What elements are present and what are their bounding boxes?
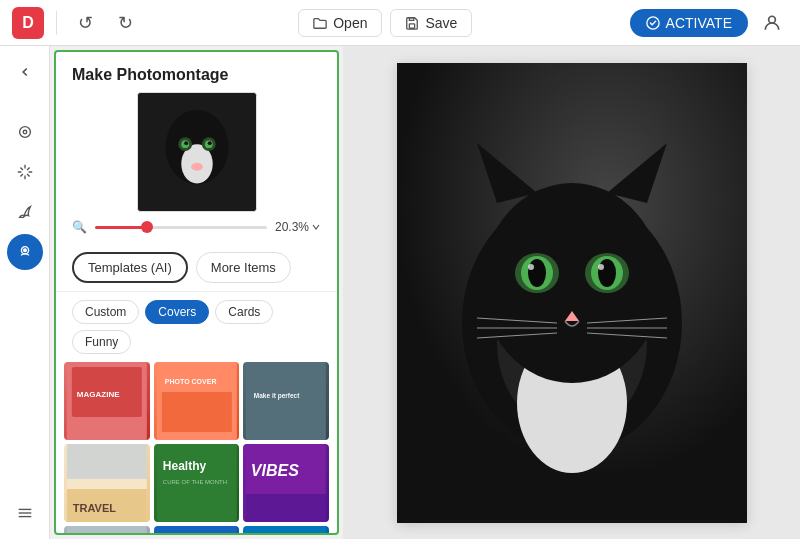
svg-rect-39 (67, 526, 147, 533)
chip-custom[interactable]: Custom (72, 300, 139, 324)
image-preview-box (137, 92, 257, 212)
svg-point-63 (598, 264, 604, 270)
svg-point-60 (528, 259, 546, 287)
template-card[interactable]: VIBES (243, 444, 329, 522)
template-card[interactable]: Fitness 5 tips (154, 526, 240, 533)
open-icon (313, 16, 327, 30)
undo-button[interactable]: ↺ (69, 7, 101, 39)
layers-button[interactable] (7, 114, 43, 150)
template-card[interactable]: Out of city (64, 526, 150, 533)
image-preview-area: 🔍 20.3% (56, 92, 337, 246)
open-button[interactable]: Open (298, 9, 382, 37)
template-thumb: PHOTO COVER (154, 362, 240, 440)
svg-text:PHOTO COVER: PHOTO COVER (164, 378, 216, 385)
svg-point-61 (598, 259, 616, 287)
user-icon (763, 14, 781, 32)
topbar-center: Open Save (149, 9, 622, 37)
svg-text:CURE OF THE MONTH: CURE OF THE MONTH (162, 479, 226, 485)
zoom-icon: 🔍 (72, 220, 87, 234)
template-thumb: Fitness 5 tips (154, 526, 240, 533)
collapse-panel-button[interactable] (7, 54, 43, 90)
topbar-right: ACTIVATE (630, 7, 788, 39)
activate-button[interactable]: ACTIVATE (630, 9, 748, 37)
template-card[interactable]: Healthy CURE OF THE MONTH (154, 444, 240, 522)
zoom-slider[interactable] (95, 226, 267, 229)
effects-icon (16, 163, 34, 181)
template-grid: MAGAZINE PHOTO COVER Make it perfect (56, 362, 337, 533)
zoom-value: 20.3% (275, 220, 321, 234)
svg-rect-25 (161, 392, 231, 432)
chip-cards[interactable]: Cards (215, 300, 273, 324)
separator (56, 11, 57, 35)
template-card[interactable]: TRAVEL (64, 444, 150, 522)
template-card[interactable]: PHOTO COVER (154, 362, 240, 440)
svg-text:TRAVEL: TRAVEL (73, 502, 116, 514)
template-thumb: Healthy CURE OF THE MONTH (154, 444, 240, 522)
template-thumb: VIBES (243, 444, 329, 522)
main-area: Make Photomontage (0, 46, 800, 539)
chip-funny[interactable]: Funny (72, 330, 131, 354)
save-button[interactable]: Save (390, 9, 472, 37)
template-thumb: TRAVEL (64, 444, 150, 522)
canvas-frame (397, 63, 747, 523)
svg-point-20 (191, 163, 203, 171)
svg-text:MAGAZINE: MAGAZINE (77, 390, 120, 399)
svg-rect-38 (246, 494, 326, 522)
svg-point-18 (184, 141, 188, 145)
zoom-thumb[interactable] (141, 221, 153, 233)
template-card[interactable]: Make it perfect (243, 362, 329, 440)
svg-rect-42 (156, 526, 236, 533)
template-thumb: Holidays (243, 526, 329, 533)
photomontage-button[interactable] (7, 234, 43, 270)
filter-chips: Custom Covers Cards Funny (56, 292, 337, 362)
template-thumb: MAGAZINE (64, 362, 150, 440)
chevron-left-icon (18, 65, 32, 79)
tabs-row: Templates (AI) More Items (56, 246, 337, 292)
cat-thumbnail (138, 92, 256, 212)
canvas-area (343, 46, 800, 539)
svg-text:VIBES: VIBES (251, 462, 299, 479)
svg-point-55 (482, 183, 662, 383)
svg-point-19 (207, 141, 211, 145)
brush-icon (16, 203, 34, 221)
svg-text:Healthy: Healthy (162, 459, 206, 473)
layers-icon (16, 123, 34, 141)
settings-button[interactable] (7, 495, 43, 531)
save-icon (405, 16, 419, 30)
chevron-down-icon (311, 222, 321, 232)
svg-rect-31 (67, 444, 147, 479)
cat-main-image (397, 63, 747, 523)
brush-button[interactable] (7, 194, 43, 230)
redo-button[interactable]: ↻ (109, 7, 141, 39)
app-logo: D (12, 7, 44, 39)
svg-point-4 (19, 127, 30, 138)
template-card[interactable]: Holidays (243, 526, 329, 533)
panel-title: Make Photomontage (56, 52, 337, 92)
svg-point-62 (528, 264, 534, 270)
svg-rect-27 (246, 362, 326, 440)
chip-covers[interactable]: Covers (145, 300, 209, 324)
svg-point-3 (769, 16, 776, 23)
template-thumb: Out of city (64, 526, 150, 533)
user-button[interactable] (756, 7, 788, 39)
template-thumb: Make it perfect (243, 362, 329, 440)
photomontage-panel: Make Photomontage (54, 50, 339, 535)
svg-rect-1 (410, 17, 414, 20)
settings-icon (16, 504, 34, 522)
tab-templates-ai[interactable]: Templates (AI) (72, 252, 188, 283)
activate-icon (646, 16, 660, 30)
svg-point-5 (23, 130, 27, 134)
topbar: D ↺ ↻ Open Save ACTIVATE (0, 0, 800, 46)
svg-rect-45 (246, 526, 326, 533)
svg-text:Make it perfect: Make it perfect (254, 392, 300, 400)
template-card[interactable]: MAGAZINE (64, 362, 150, 440)
zoom-control: 🔍 20.3% (72, 212, 321, 246)
left-toolbar (0, 46, 50, 539)
photomontage-icon (16, 243, 34, 261)
effects-button[interactable] (7, 154, 43, 190)
tab-more-items[interactable]: More Items (196, 252, 291, 283)
svg-rect-0 (410, 23, 415, 27)
svg-point-7 (23, 249, 26, 252)
